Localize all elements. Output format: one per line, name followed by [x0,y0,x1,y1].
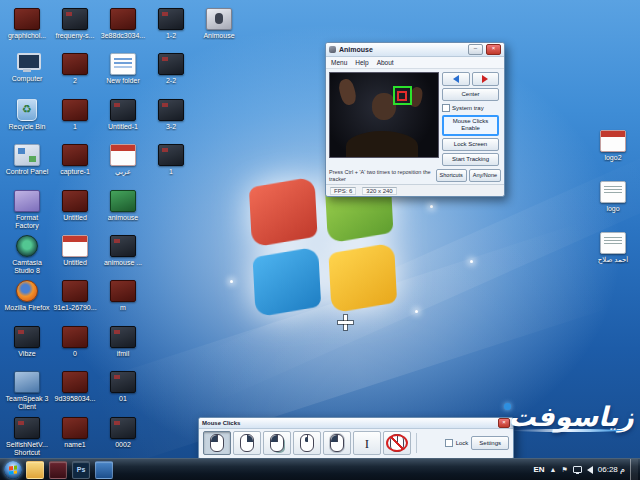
volume-icon[interactable] [587,466,593,474]
animouse-titlebar[interactable]: Animouse – × [326,43,504,57]
desktop-icon[interactable]: logo2 [590,130,636,162]
desktop-icon[interactable]: Untitled [52,190,98,222]
doc-red-icon [600,130,626,152]
mouse-clicks-toolbar: I Lock Settings [199,429,513,457]
desktop-icon-label: ifmil [100,350,146,358]
mouse-clicks-enable-button[interactable]: Mouse Clicks Enable [442,115,499,135]
desktop-icon[interactable]: 0 [52,326,98,358]
action-center-flag-icon[interactable]: ⚑ [562,466,568,474]
desktop-icon-label: 91e1-26790... [52,304,98,312]
mouse-tool-middle-click-button[interactable] [293,431,321,455]
toolbar-separator [416,433,417,453]
start-tracking-button[interactable]: Start Tracking [442,153,499,166]
taskbar-explorer-icon[interactable] [26,461,44,479]
desktop-icon-label: TeamSpeak 3 Client [4,395,50,411]
right-click-icon [240,434,254,452]
mouse-tool-double-click-button[interactable] [263,431,291,455]
lock-checkbox[interactable] [445,439,453,447]
next-camera-button[interactable] [472,72,500,86]
desktop-icon[interactable]: 3e88dc3034... [100,8,146,40]
desktop-icon[interactable]: frequeny-s... [52,8,98,40]
desktop-icon[interactable]: Untitled-1 [100,99,146,131]
menu-item-about[interactable]: About [377,59,394,66]
desktop-icon[interactable]: Vibze [4,326,50,358]
desktop-icon[interactable]: New folder [100,53,146,85]
desktop-icon[interactable]: capture-1 [52,144,98,176]
mouse-clicks-titlebar[interactable]: Mouse Clicks × [199,418,513,429]
desktop-icon-label: New folder [100,77,146,85]
checkbox-icon[interactable] [442,104,450,112]
lock-screen-button[interactable]: Lock Screen [442,138,499,151]
desktop-icon[interactable]: 1 [52,99,98,131]
any-none-button[interactable]: Any/None [469,169,501,182]
desktop-icon[interactable]: 1 [148,144,194,176]
mouse-tool-left-click-button[interactable] [203,431,231,455]
desktop-icon[interactable]: أحمد صلاح [590,232,636,264]
mouse-tool-right-click-button[interactable] [233,431,261,455]
desktop-icon[interactable]: Camtasia Studio 8 [4,235,50,275]
desktop-icon[interactable]: 3-2 [148,99,194,131]
menu-item-help[interactable]: Help [355,59,368,66]
desktop-icon[interactable]: 91e1-26790... [52,280,98,312]
taskbar-app-blue-icon[interactable] [95,461,113,479]
system-tray-checkbox[interactable]: System tray [442,103,499,113]
close-button[interactable]: × [486,44,501,55]
desktop-icon[interactable]: logo [590,181,636,213]
show-hidden-icons-button[interactable]: ▲ [550,466,557,473]
settings-button[interactable]: Settings [471,436,509,450]
mouse-tool-text-select-button[interactable]: I [353,431,381,455]
desktop-icon[interactable]: Animouse [196,8,242,40]
clock[interactable]: 06:28 م [598,465,625,474]
desktop-icon-label: name1 [52,441,98,449]
shortcuts-button[interactable]: Shortcuts [436,169,467,182]
desktop-icon[interactable]: Mozilla Firefox [4,280,50,312]
desktop-icon[interactable]: animouse ... [100,235,146,267]
desktop-icon-label: Animouse [196,32,242,40]
mouse-tool-no-click-button[interactable] [383,431,411,455]
show-desktop-button[interactable] [630,459,638,480]
desktop-icon-label: Untitled [52,259,98,267]
desktop-icon[interactable]: graphichol... [4,8,50,40]
desktop-icon[interactable]: name1 [52,417,98,449]
menu-item-menu[interactable]: Menu [331,59,347,66]
desktop-icon[interactable]: 1-2 [148,8,194,40]
desktop-icon[interactable]: 0002 [100,417,146,449]
desktop-icon-label: SelfishNetV... Shortcut [4,441,50,457]
network-icon[interactable] [573,466,582,474]
desktop-icon[interactable]: TeamSpeak 3 Client [4,371,50,411]
file-red-icon [62,326,88,348]
desktop-icon[interactable]: SelfishNetV... Shortcut [4,417,50,457]
taskbar-app-red-icon[interactable] [49,461,67,479]
desktop-icon[interactable]: Recycle Bin [4,99,50,131]
minimize-button[interactable]: – [468,44,483,55]
desktop-icon[interactable]: Untitled [52,235,98,267]
desktop-icon[interactable]: m [100,280,146,312]
file-red-icon [62,371,88,393]
doc-red-icon [62,235,88,257]
language-indicator[interactable]: EN [533,465,544,474]
file-red-icon [110,280,136,302]
desktop-icon[interactable]: 2 [52,53,98,85]
desktop-icon[interactable]: 9d3958034... [52,371,98,403]
file-dark-icon [158,53,184,75]
taskbar-pinned-icons: Ps [26,461,113,479]
desktop-icon[interactable]: animouse [100,190,146,222]
desktop-icon-label: animouse [100,214,146,222]
start-button[interactable] [4,461,22,479]
previous-camera-button[interactable] [442,72,470,86]
tracker-hint-text: Press Ctrl + 'A' two times to reposition… [329,169,434,182]
center-button[interactable]: Center [442,88,499,101]
desktop-icon[interactable]: 01 [100,371,146,403]
desktop-icon[interactable]: Control Panel [4,144,50,176]
desktop-icon-label: أحمد صلاح [590,256,636,264]
mouse-tool-drag-button[interactable] [323,431,351,455]
taskbar-photoshop-icon[interactable]: Ps [72,461,90,479]
desktop-icon[interactable]: ifmil [100,326,146,358]
desktop-icon[interactable]: Format Factory [4,190,50,230]
desktop-icon[interactable]: عربي [100,144,146,176]
desktop-icon-label: Camtasia Studio 8 [4,259,50,275]
desktop-icon[interactable]: Computer [4,53,50,83]
desktop-icon[interactable]: 2-2 [148,53,194,85]
desktop-icon-label: عربي [100,168,146,176]
file-red-icon [62,53,88,75]
